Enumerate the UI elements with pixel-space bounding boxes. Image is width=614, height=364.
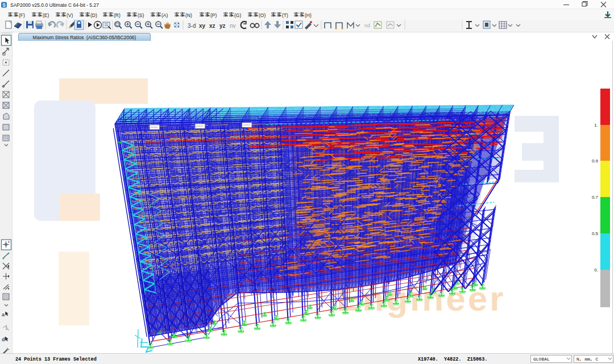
svg-text:a: a	[2, 312, 5, 317]
svg-text:(S): (S)	[138, 12, 144, 18]
svg-text:(O): (O)	[259, 12, 265, 18]
svg-text:d: d	[2, 337, 5, 342]
svg-text:(D): (D)	[90, 12, 97, 18]
svg-text:nd: nd	[364, 23, 370, 28]
svg-text:(T): (T)	[282, 12, 288, 18]
svg-text:(N): (N)	[185, 12, 192, 18]
svg-text:yz: yz	[219, 23, 226, 29]
svg-text:(E): (E)	[43, 12, 49, 18]
svg-text:(V): (V)	[67, 12, 73, 18]
svg-text:SAP2000 v25.0.0 Ultimate C 64-: SAP2000 v25.0.0 Ultimate C 64-bit - 5.27	[10, 2, 99, 8]
svg-text:(G): (G)	[234, 12, 241, 18]
svg-text:(R): (R)	[114, 12, 121, 18]
svg-text:nv: nv	[230, 23, 236, 29]
svg-text:(F): (F)	[19, 12, 25, 18]
svg-text:S: S	[2, 2, 6, 8]
svg-text:xz: xz	[209, 23, 215, 29]
svg-text:xy: xy	[199, 23, 206, 29]
svg-text:3-d: 3-d	[188, 23, 196, 29]
svg-text:(A): (A)	[161, 12, 168, 18]
svg-text:(P): (P)	[210, 12, 217, 18]
svg-text:(H): (H)	[305, 12, 312, 18]
